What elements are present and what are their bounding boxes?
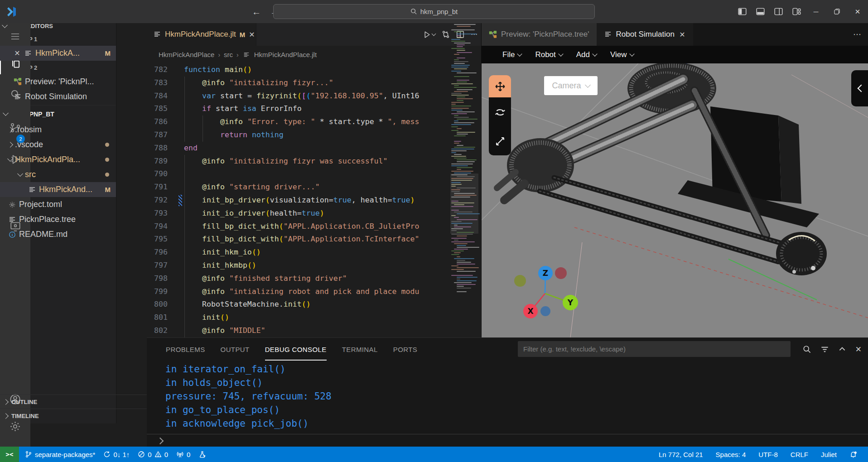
menu-view[interactable]: View — [610, 50, 634, 59]
breadcrumb-item[interactable]: src — [224, 51, 233, 58]
open-editor-item[interactable]: ✕HkmPickA...M — [0, 46, 116, 61]
indent-guide — [184, 259, 185, 272]
rotate-tool-button[interactable] — [494, 106, 506, 118]
customize-layout-icon[interactable] — [787, 0, 805, 23]
branch-icon — [25, 451, 32, 458]
debug-console-input[interactable] — [147, 434, 868, 447]
code-text: init() — [184, 311, 448, 324]
console-line: in go_to_place_pos() — [165, 403, 868, 417]
editor-group: HkmPickAndPlace.jlt M ✕ ⋯ HkmPickAndPlac… — [147, 23, 481, 337]
restore-button[interactable] — [826, 0, 847, 23]
command-center-search[interactable]: hkm_pnp_bt — [273, 4, 595, 19]
close-tab-icon[interactable]: ✕ — [679, 30, 686, 39]
status-bar: >< separate-packages* 0↓ 1↑ 0 0 0 Ln 772… — [0, 447, 868, 462]
close-editor-icon[interactable]: ✕ — [14, 49, 21, 58]
notifications-item[interactable] — [843, 447, 863, 462]
cursor-position-item[interactable]: Ln 772, Col 21 — [652, 447, 709, 462]
tab-hkmpickandplace[interactable]: HkmPickAndPlace.jlt M ✕ — [147, 23, 256, 46]
code-text: @info "intializing robot and pick and pl… — [184, 285, 448, 298]
close-tab-icon[interactable]: ✕ — [249, 30, 255, 39]
toggle-panel-icon[interactable] — [751, 0, 769, 23]
tab-debug-console[interactable]: DEBUG CONSOLE — [265, 338, 327, 361]
eol-item[interactable]: CRLF — [784, 447, 815, 462]
tab-ports[interactable]: PORTS — [393, 338, 417, 361]
encoding-item[interactable]: UTF-8 — [752, 447, 784, 462]
toggle-secondary-sidebar-icon[interactable] — [769, 0, 787, 23]
sync-changes-item[interactable]: 0↓ 1↑ — [99, 447, 134, 462]
errors-icon — [138, 451, 145, 458]
right-more-actions-icon[interactable]: ⋯ — [853, 29, 862, 39]
minimap-line — [457, 100, 463, 101]
tree-item-picknplace-tree[interactable]: PicknPlace.tree — [0, 212, 116, 227]
code-text: init_io_driver(health=true) — [184, 207, 448, 220]
tree-item--robsim[interactable]: .robsim — [0, 122, 116, 137]
editor-item-label: Preview: 'PicknPl... — [25, 77, 94, 87]
console-filter-input[interactable] — [518, 341, 791, 357]
camera-dropdown[interactable]: Camera — [544, 76, 598, 95]
breadcrumb[interactable]: HkmPickAndPlace › src › HkmPickAndPlace.… — [147, 46, 481, 63]
breadcrumb-item[interactable]: HkmPickAndPlace.jlt — [254, 51, 317, 58]
collapse-panel-tab[interactable] — [851, 70, 868, 106]
tree-item-project-toml[interactable]: Project.toml — [0, 197, 116, 212]
tab-terminal[interactable]: TERMINAL — [342, 338, 378, 361]
line-number: 789 — [147, 155, 168, 168]
minimize-button[interactable]: ─ — [805, 0, 826, 23]
tab-output[interactable]: OUTPUT — [221, 338, 250, 361]
tree-item-label: HkmPickAnd... — [39, 185, 92, 194]
broadcast-item[interactable]: 0 — [172, 447, 194, 462]
timeline-section[interactable]: TIMELINE — [0, 409, 116, 423]
tree-item-src[interactable]: src — [0, 167, 116, 182]
chevron-down-icon — [17, 171, 23, 177]
filter-lines-icon[interactable] — [820, 345, 829, 354]
compare-changes-icon[interactable] — [442, 30, 450, 38]
minimap-line — [451, 269, 464, 270]
language-mode-item[interactable]: Juliet — [815, 447, 843, 462]
robot-3d-viewport[interactable]: Z Y X Camera — [482, 63, 868, 337]
indent-guide — [184, 77, 185, 90]
tab-problems[interactable]: PROBLEMS — [166, 338, 205, 361]
open-editor-item[interactable]: Preview: 'PicknPl... — [0, 74, 116, 89]
tree-item-readme-md[interactable]: README.md — [0, 227, 116, 242]
tree-item-hkmpickandpla-[interactable]: HkmPickAndPla... — [0, 152, 116, 167]
close-window-button[interactable]: ✕ — [847, 0, 868, 23]
code-editor[interactable]: 782function main()783 @info "initializin… — [147, 63, 481, 337]
open-editor-item[interactable]: Robot Simulation — [0, 89, 116, 104]
maximize-panel-icon[interactable] — [838, 345, 846, 353]
menu-file[interactable]: File — [502, 50, 521, 59]
menu-icon[interactable] — [0, 25, 30, 47]
indent-guide — [184, 324, 185, 337]
move-tool-button[interactable] — [489, 75, 511, 97]
minimap-line — [451, 29, 475, 30]
toggle-sidebar-icon[interactable] — [733, 0, 751, 23]
minimap-line — [454, 117, 469, 118]
breadcrumb-item[interactable]: HkmPickAndPlace — [159, 51, 214, 58]
minimap-line — [451, 130, 458, 131]
menu-robot[interactable]: Robot — [535, 50, 562, 59]
outline-section[interactable]: OUTLINE — [0, 395, 116, 409]
tab-robot-simulation[interactable]: Robot Simulation ✕ — [597, 23, 693, 46]
zoom-tool-button[interactable] — [495, 136, 506, 147]
git-branch-item[interactable]: separate-packages* — [21, 447, 99, 462]
editor-tab-bar: HkmPickAndPlace.jlt M ✕ ⋯ — [147, 23, 481, 46]
problems-item[interactable]: 0 0 — [134, 447, 172, 462]
nav-back-button[interactable]: ← — [250, 5, 263, 18]
tree-item--vscode[interactable]: .vscode — [0, 137, 116, 152]
remote-indicator[interactable]: >< — [0, 447, 19, 462]
minimap-line — [454, 91, 468, 92]
experiment-item[interactable] — [194, 447, 210, 462]
minimap-line — [454, 225, 458, 226]
code-line: 796 init_hkm_io() — [147, 246, 481, 259]
minimap-line — [457, 52, 472, 53]
indentation-item[interactable]: Spaces: 4 — [709, 447, 752, 462]
tab-picknplace-preview[interactable]: Preview: 'PicknPlace.tree' — [482, 23, 597, 46]
run-file-button[interactable] — [423, 31, 435, 38]
tree-item-label: README.md — [19, 230, 68, 239]
menu-add[interactable]: Add — [576, 50, 597, 59]
minimap-line — [457, 134, 468, 135]
minimap-line — [457, 159, 477, 160]
search-icon[interactable] — [803, 345, 811, 354]
close-panel-icon[interactable]: ✕ — [855, 345, 862, 354]
editor-item-label: HkmPickA... — [35, 48, 80, 58]
minimap[interactable] — [450, 23, 478, 297]
tree-item-hkmpickand-[interactable]: HkmPickAnd...M — [0, 182, 116, 197]
